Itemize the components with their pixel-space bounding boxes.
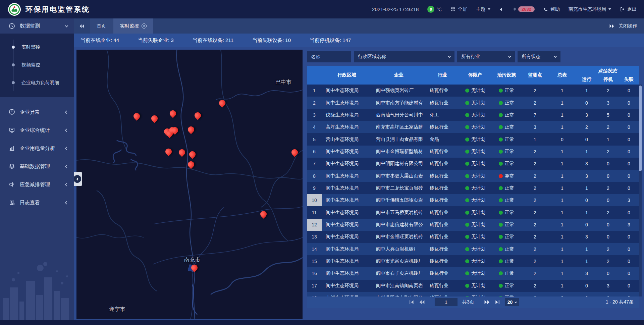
next-page-button[interactable] bbox=[484, 300, 490, 305]
map-pin[interactable] bbox=[189, 151, 196, 158]
table-row[interactable]: 7阆中生态环境局阆中明阳建材有限公司砖瓦行业无计划正常21300 bbox=[307, 158, 639, 170]
status-dot bbox=[499, 101, 503, 105]
sidebar-item-data-monitoring[interactable]: 数据监测 bbox=[0, 18, 74, 34]
table-row[interactable]: 14阆中生态环境局阆中大兴页岩机砖厂砖瓦行业无计划正常21120 bbox=[307, 243, 639, 255]
sidebar-item-emergency-reduction[interactable]: 应急减排管理 bbox=[0, 175, 74, 194]
name-filter-input[interactable] bbox=[307, 51, 351, 62]
industry-filter-select[interactable]: 所有行业 bbox=[457, 51, 515, 62]
sidebar-subitem-enterprise-power-load-detail[interactable]: 企业电力负荷明细 bbox=[0, 74, 74, 92]
cell-meters: 1 bbox=[548, 243, 576, 255]
table-row[interactable]: 16阆中生态环境局阆中市石子页岩机砖厂砖瓦行业无计划正常21300 bbox=[307, 267, 639, 279]
map-pin[interactable] bbox=[171, 127, 178, 134]
map-pin[interactable] bbox=[151, 115, 158, 122]
table-row[interactable]: 5营山生态环境局营山县润丰肉食品有限食品无计划正常10010 bbox=[307, 133, 639, 145]
sidebar-item-basic-data-management[interactable]: 基础数据管理 bbox=[0, 157, 74, 175]
cell-run: 1 bbox=[576, 243, 597, 255]
sidebar-item-enterprise-statistics[interactable]: 企业综合统计 bbox=[0, 121, 74, 139]
table-row[interactable]: 8阆中生态环境局阆中市枣碧大梁山页岩砖瓦行业无计划异常21300 bbox=[307, 170, 639, 182]
status-dot bbox=[465, 211, 469, 215]
map-pin[interactable] bbox=[133, 113, 140, 120]
table-row[interactable]: 6阆中生态环境局阆中市金博瑞新型墙材砖瓦行业无计划正常21120 bbox=[307, 146, 639, 158]
table-row[interactable]: 1阆中生态环境局阆中强锐页岩砖厂砖瓦行业无计划正常21120 bbox=[307, 85, 639, 97]
cell-facility: 正常 bbox=[491, 146, 522, 158]
prev-page-button[interactable] bbox=[419, 300, 425, 305]
sidebar-item-enterprise-power-analysis[interactable]: 企业用电量分析 bbox=[0, 139, 74, 157]
sidebar-subitem-realtime-monitoring[interactable]: 实时监控 bbox=[0, 38, 74, 56]
map-pin[interactable] bbox=[187, 161, 195, 168]
table-row[interactable]: 3仪陇生态环境局西南油气田分公司川中化工无计划正常71350 bbox=[307, 109, 639, 121]
close-operations-button[interactable]: 关闭操作 bbox=[619, 23, 637, 29]
cell-lost: 0 bbox=[619, 158, 639, 170]
table-row[interactable]: 11阆中生态环境局阆中市五马桥页岩机砖砖瓦行业无计划正常21120 bbox=[307, 206, 639, 218]
table-row[interactable]: 12阆中生态环境局阆中市忠信建材有限公砖瓦行业无计划正常21003 bbox=[307, 219, 639, 231]
tab-实时监控[interactable]: 实时监控× bbox=[113, 18, 153, 34]
first-page-button[interactable] bbox=[409, 300, 414, 305]
table-row[interactable]: 18南部生态环境局南部县双佳土陶有限公砖瓦行业无计划正常60060 bbox=[307, 292, 639, 296]
map-pin[interactable] bbox=[218, 100, 226, 107]
theme-dropdown[interactable]: 主题 bbox=[476, 6, 490, 12]
sidebar-subitem-video-monitoring[interactable]: 视频监控 bbox=[0, 56, 74, 74]
cell-facility: 正常 bbox=[491, 219, 522, 231]
cell-run: 0 bbox=[576, 194, 597, 206]
scroll-tabs-left-button[interactable] bbox=[74, 18, 90, 34]
sidebar-item-log-view[interactable]: 日志查看 bbox=[0, 194, 74, 212]
col-header: 监测点 bbox=[522, 66, 548, 85]
cell-region: 南部生态环境局 bbox=[322, 292, 372, 296]
status-dot bbox=[465, 138, 469, 142]
page-input[interactable] bbox=[435, 298, 458, 306]
status-label: 无计划 bbox=[471, 185, 485, 191]
alarm-indicator[interactable]: 2632 bbox=[513, 6, 535, 12]
scrollbar-thumb[interactable] bbox=[639, 86, 642, 171]
map-pin[interactable] bbox=[191, 264, 198, 272]
logout-icon bbox=[620, 7, 625, 12]
status-dot bbox=[465, 271, 469, 275]
cell-meters: 1 bbox=[548, 121, 576, 133]
page-size-select[interactable]: 20 bbox=[505, 298, 520, 306]
table-row[interactable]: 17阆中生态环境局阆中市江南镇阆南页岩砖瓦行业无计划正常21030 bbox=[307, 280, 639, 292]
logout-button[interactable]: 退出 bbox=[620, 6, 637, 12]
table-scrollbar[interactable] bbox=[639, 85, 642, 296]
tab-首页[interactable]: 首页 bbox=[90, 18, 113, 34]
map-pin[interactable] bbox=[260, 211, 267, 218]
cell-industry: 砖瓦行业 bbox=[426, 206, 459, 218]
chevron-down-icon bbox=[448, 55, 451, 58]
sidebar-item-enterprise-abnormal[interactable]: 企业异常 bbox=[0, 103, 74, 121]
close-icon[interactable]: × bbox=[142, 23, 147, 29]
map-pin[interactable] bbox=[165, 148, 172, 156]
table-row[interactable]: 9阆中生态环境局阆中市二龙长宝页岩砖砖瓦行业无计划正常21120 bbox=[307, 182, 639, 194]
region-filter-select[interactable]: 行政区域名称 bbox=[354, 51, 454, 62]
map[interactable]: 巴中市南充市遂宁市 bbox=[76, 50, 303, 319]
map-pin[interactable] bbox=[187, 126, 195, 133]
map-pin[interactable] bbox=[178, 149, 186, 156]
cell-region: 阆中生态环境局 bbox=[322, 170, 372, 182]
help-button[interactable]: 帮助 bbox=[543, 6, 560, 12]
fullscreen-button[interactable]: 全屏 bbox=[450, 6, 467, 12]
scroll-tabs-right-button[interactable] bbox=[609, 24, 614, 29]
temperature-unit: ℃ bbox=[436, 7, 442, 12]
table-row[interactable]: 4高坪生态环境局南充市高坪区王家店建砖瓦行业无计划正常31220 bbox=[307, 121, 639, 133]
cell-region: 阆中生态环境局 bbox=[322, 280, 372, 292]
last-page-button[interactable] bbox=[495, 300, 500, 305]
cell-limit: 无计划 bbox=[459, 182, 491, 194]
map-pin[interactable] bbox=[291, 149, 298, 156]
volume-button[interactable] bbox=[499, 7, 504, 12]
table-row[interactable]: 10阆中生态环境局阆中千佛镇五郎垭页岩砖瓦行业无计划正常21003 bbox=[307, 194, 639, 206]
table-row[interactable]: 15阆中生态环境局阆中市光富页岩机砖厂砖瓦行业无计划正常21120 bbox=[307, 255, 639, 267]
chevron-down-icon bbox=[65, 24, 68, 27]
status-label: 正常 bbox=[505, 185, 514, 191]
cell-points: 1 bbox=[522, 133, 548, 145]
status-label: 无计划 bbox=[471, 246, 485, 252]
row-index: 13 bbox=[307, 231, 322, 243]
cell-points: 2 bbox=[522, 280, 548, 292]
table-row[interactable]: 2阆中生态环境局阆中市南方节能建材有砖瓦行业无计划正常21030 bbox=[307, 97, 639, 109]
table-row[interactable]: 13阆中生态环境局阆中市金福旺页岩机砖砖瓦行业无计划正常21300 bbox=[307, 231, 639, 243]
map-collapse-button[interactable] bbox=[73, 172, 82, 186]
status-filter-select[interactable]: 所有状态 bbox=[518, 51, 560, 62]
stat-item: 当前在线设备: 211 bbox=[193, 37, 233, 44]
org-dropdown[interactable]: 南充市生态环境局 bbox=[569, 6, 611, 12]
cell-no: 15 bbox=[307, 255, 322, 267]
cell-region: 阆中生态环境局 bbox=[322, 219, 372, 231]
map-pin[interactable] bbox=[169, 110, 177, 117]
map-pin[interactable] bbox=[194, 112, 201, 119]
cell-stop: 5 bbox=[597, 109, 619, 121]
